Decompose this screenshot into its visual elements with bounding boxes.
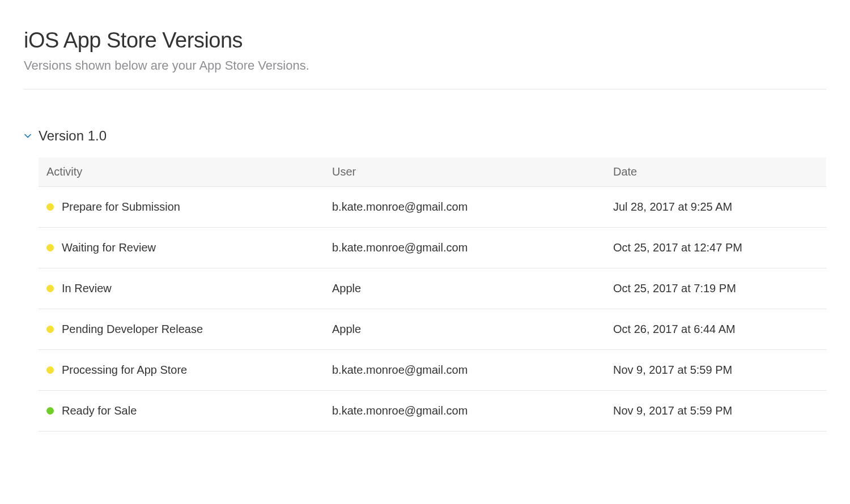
- status-dot-icon: [46, 203, 54, 211]
- user-cell: Apple: [332, 282, 613, 295]
- activity-label: Ready for Sale: [62, 404, 137, 417]
- activity-label: Prepare for Submission: [62, 200, 180, 213]
- user-cell: b.kate.monroe@gmail.com: [332, 241, 613, 254]
- date-cell: Oct 25, 2017 at 12:47 PM: [613, 241, 826, 254]
- version-toggle[interactable]: Version 1.0: [24, 128, 826, 144]
- activity-label: In Review: [62, 282, 112, 295]
- table-row: Ready for Saleb.kate.monroe@gmail.comNov…: [39, 391, 826, 432]
- status-dot-icon: [46, 244, 54, 251]
- user-cell: b.kate.monroe@gmail.com: [332, 200, 613, 213]
- version-title: Version 1.0: [39, 128, 107, 144]
- date-cell: Nov 9, 2017 at 5:59 PM: [613, 364, 826, 377]
- table-row: Waiting for Reviewb.kate.monroe@gmail.co…: [39, 228, 826, 268]
- date-cell: Nov 9, 2017 at 5:59 PM: [613, 404, 826, 417]
- activity-cell: Ready for Sale: [46, 404, 332, 417]
- table-row: Pending Developer ReleaseAppleOct 26, 20…: [39, 309, 826, 350]
- status-dot-icon: [46, 326, 54, 333]
- status-dot-icon: [46, 407, 54, 415]
- date-cell: Jul 28, 2017 at 9:25 AM: [613, 200, 826, 213]
- version-section: Version 1.0 Activity User Date Prepare f…: [24, 128, 826, 432]
- status-dot-icon: [46, 285, 54, 292]
- date-cell: Oct 26, 2017 at 6:44 AM: [613, 323, 826, 336]
- activity-cell: In Review: [46, 282, 332, 295]
- status-dot-icon: [46, 366, 54, 374]
- table-row: In ReviewAppleOct 25, 2017 at 7:19 PM: [39, 268, 826, 309]
- user-cell: Apple: [332, 323, 613, 336]
- column-header-date: Date: [613, 165, 826, 178]
- activity-cell: Pending Developer Release: [46, 323, 332, 336]
- activity-cell: Prepare for Submission: [46, 200, 332, 213]
- activity-cell: Waiting for Review: [46, 241, 332, 254]
- activity-table: Activity User Date Prepare for Submissio…: [39, 157, 826, 432]
- column-header-user: User: [332, 165, 613, 178]
- page-title: iOS App Store Versions: [24, 28, 826, 53]
- activity-label: Pending Developer Release: [62, 323, 203, 336]
- activity-label: Waiting for Review: [62, 241, 156, 254]
- table-header: Activity User Date: [39, 157, 826, 187]
- user-cell: b.kate.monroe@gmail.com: [332, 364, 613, 377]
- date-cell: Oct 25, 2017 at 7:19 PM: [613, 282, 826, 295]
- section-divider: [24, 89, 826, 89]
- user-cell: b.kate.monroe@gmail.com: [332, 404, 613, 417]
- table-row: Processing for App Storeb.kate.monroe@gm…: [39, 350, 826, 391]
- column-header-activity: Activity: [46, 165, 332, 178]
- activity-label: Processing for App Store: [62, 364, 187, 377]
- table-row: Prepare for Submissionb.kate.monroe@gmai…: [39, 187, 826, 228]
- page-subtitle: Versions shown below are your App Store …: [24, 58, 826, 73]
- chevron-down-icon: [24, 132, 32, 140]
- activity-cell: Processing for App Store: [46, 364, 332, 377]
